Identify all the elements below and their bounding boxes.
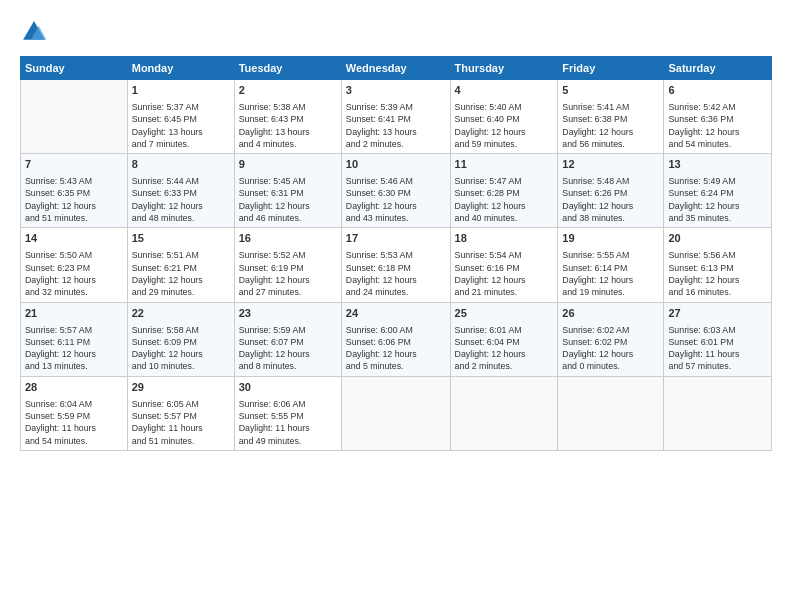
day-number: 24 [346,306,446,322]
day-info: Sunrise: 5:45 AM Sunset: 6:31 PM Dayligh… [239,175,337,224]
day-number: 5 [562,83,659,99]
day-cell [558,376,664,450]
week-row-1: 1Sunrise: 5:37 AM Sunset: 6:45 PM Daylig… [21,80,772,154]
day-number: 30 [239,380,337,396]
day-info: Sunrise: 5:58 AM Sunset: 6:09 PM Dayligh… [132,324,230,373]
day-cell: 20Sunrise: 5:56 AM Sunset: 6:13 PM Dayli… [664,228,772,302]
day-cell: 29Sunrise: 6:05 AM Sunset: 5:57 PM Dayli… [127,376,234,450]
day-cell: 25Sunrise: 6:01 AM Sunset: 6:04 PM Dayli… [450,302,558,376]
day-info: Sunrise: 5:52 AM Sunset: 6:19 PM Dayligh… [239,249,337,298]
col-header-friday: Friday [558,57,664,80]
day-info: Sunrise: 5:40 AM Sunset: 6:40 PM Dayligh… [455,101,554,150]
day-number: 4 [455,83,554,99]
week-row-5: 28Sunrise: 6:04 AM Sunset: 5:59 PM Dayli… [21,376,772,450]
day-cell: 28Sunrise: 6:04 AM Sunset: 5:59 PM Dayli… [21,376,128,450]
day-number: 20 [668,231,767,247]
day-number: 9 [239,157,337,173]
day-cell [21,80,128,154]
col-header-wednesday: Wednesday [341,57,450,80]
day-cell: 18Sunrise: 5:54 AM Sunset: 6:16 PM Dayli… [450,228,558,302]
calendar-table: SundayMondayTuesdayWednesdayThursdayFrid… [20,56,772,451]
day-number: 11 [455,157,554,173]
day-number: 15 [132,231,230,247]
day-info: Sunrise: 5:48 AM Sunset: 6:26 PM Dayligh… [562,175,659,224]
day-number: 28 [25,380,123,396]
col-header-monday: Monday [127,57,234,80]
day-cell: 1Sunrise: 5:37 AM Sunset: 6:45 PM Daylig… [127,80,234,154]
day-cell: 19Sunrise: 5:55 AM Sunset: 6:14 PM Dayli… [558,228,664,302]
day-info: Sunrise: 5:55 AM Sunset: 6:14 PM Dayligh… [562,249,659,298]
week-row-3: 14Sunrise: 5:50 AM Sunset: 6:23 PM Dayli… [21,228,772,302]
day-number: 22 [132,306,230,322]
col-header-sunday: Sunday [21,57,128,80]
day-number: 19 [562,231,659,247]
day-number: 29 [132,380,230,396]
header [20,18,772,46]
day-number: 6 [668,83,767,99]
day-number: 18 [455,231,554,247]
day-cell: 11Sunrise: 5:47 AM Sunset: 6:28 PM Dayli… [450,154,558,228]
day-cell [341,376,450,450]
col-header-saturday: Saturday [664,57,772,80]
day-cell: 14Sunrise: 5:50 AM Sunset: 6:23 PM Dayli… [21,228,128,302]
logo [20,18,52,46]
day-info: Sunrise: 5:38 AM Sunset: 6:43 PM Dayligh… [239,101,337,150]
header-row: SundayMondayTuesdayWednesdayThursdayFrid… [21,57,772,80]
day-info: Sunrise: 5:39 AM Sunset: 6:41 PM Dayligh… [346,101,446,150]
day-cell: 16Sunrise: 5:52 AM Sunset: 6:19 PM Dayli… [234,228,341,302]
day-cell: 15Sunrise: 5:51 AM Sunset: 6:21 PM Dayli… [127,228,234,302]
day-cell: 30Sunrise: 6:06 AM Sunset: 5:55 PM Dayli… [234,376,341,450]
day-info: Sunrise: 5:42 AM Sunset: 6:36 PM Dayligh… [668,101,767,150]
day-info: Sunrise: 6:02 AM Sunset: 6:02 PM Dayligh… [562,324,659,373]
day-info: Sunrise: 6:06 AM Sunset: 5:55 PM Dayligh… [239,398,337,447]
day-cell: 4Sunrise: 5:40 AM Sunset: 6:40 PM Daylig… [450,80,558,154]
day-number: 10 [346,157,446,173]
day-number: 8 [132,157,230,173]
day-cell: 9Sunrise: 5:45 AM Sunset: 6:31 PM Daylig… [234,154,341,228]
day-info: Sunrise: 5:51 AM Sunset: 6:21 PM Dayligh… [132,249,230,298]
day-cell: 6Sunrise: 5:42 AM Sunset: 6:36 PM Daylig… [664,80,772,154]
col-header-tuesday: Tuesday [234,57,341,80]
day-info: Sunrise: 6:01 AM Sunset: 6:04 PM Dayligh… [455,324,554,373]
day-number: 25 [455,306,554,322]
day-number: 23 [239,306,337,322]
day-number: 26 [562,306,659,322]
week-row-2: 7Sunrise: 5:43 AM Sunset: 6:35 PM Daylig… [21,154,772,228]
day-cell: 8Sunrise: 5:44 AM Sunset: 6:33 PM Daylig… [127,154,234,228]
day-number: 16 [239,231,337,247]
day-cell: 7Sunrise: 5:43 AM Sunset: 6:35 PM Daylig… [21,154,128,228]
day-cell [664,376,772,450]
day-info: Sunrise: 5:43 AM Sunset: 6:35 PM Dayligh… [25,175,123,224]
day-number: 14 [25,231,123,247]
day-info: Sunrise: 5:56 AM Sunset: 6:13 PM Dayligh… [668,249,767,298]
day-number: 2 [239,83,337,99]
day-info: Sunrise: 5:44 AM Sunset: 6:33 PM Dayligh… [132,175,230,224]
day-number: 13 [668,157,767,173]
day-info: Sunrise: 5:37 AM Sunset: 6:45 PM Dayligh… [132,101,230,150]
logo-icon [20,18,48,46]
day-info: Sunrise: 5:46 AM Sunset: 6:30 PM Dayligh… [346,175,446,224]
day-info: Sunrise: 6:00 AM Sunset: 6:06 PM Dayligh… [346,324,446,373]
day-cell: 10Sunrise: 5:46 AM Sunset: 6:30 PM Dayli… [341,154,450,228]
day-cell: 22Sunrise: 5:58 AM Sunset: 6:09 PM Dayli… [127,302,234,376]
day-info: Sunrise: 5:41 AM Sunset: 6:38 PM Dayligh… [562,101,659,150]
day-cell: 13Sunrise: 5:49 AM Sunset: 6:24 PM Dayli… [664,154,772,228]
day-cell: 2Sunrise: 5:38 AM Sunset: 6:43 PM Daylig… [234,80,341,154]
day-info: Sunrise: 5:49 AM Sunset: 6:24 PM Dayligh… [668,175,767,224]
day-number: 21 [25,306,123,322]
day-cell: 21Sunrise: 5:57 AM Sunset: 6:11 PM Dayli… [21,302,128,376]
day-info: Sunrise: 5:53 AM Sunset: 6:18 PM Dayligh… [346,249,446,298]
day-cell: 26Sunrise: 6:02 AM Sunset: 6:02 PM Dayli… [558,302,664,376]
day-number: 27 [668,306,767,322]
day-cell [450,376,558,450]
day-cell: 5Sunrise: 5:41 AM Sunset: 6:38 PM Daylig… [558,80,664,154]
day-number: 7 [25,157,123,173]
day-number: 17 [346,231,446,247]
day-cell: 3Sunrise: 5:39 AM Sunset: 6:41 PM Daylig… [341,80,450,154]
day-info: Sunrise: 6:05 AM Sunset: 5:57 PM Dayligh… [132,398,230,447]
day-number: 3 [346,83,446,99]
col-header-thursday: Thursday [450,57,558,80]
day-cell: 24Sunrise: 6:00 AM Sunset: 6:06 PM Dayli… [341,302,450,376]
day-info: Sunrise: 5:59 AM Sunset: 6:07 PM Dayligh… [239,324,337,373]
day-number: 12 [562,157,659,173]
